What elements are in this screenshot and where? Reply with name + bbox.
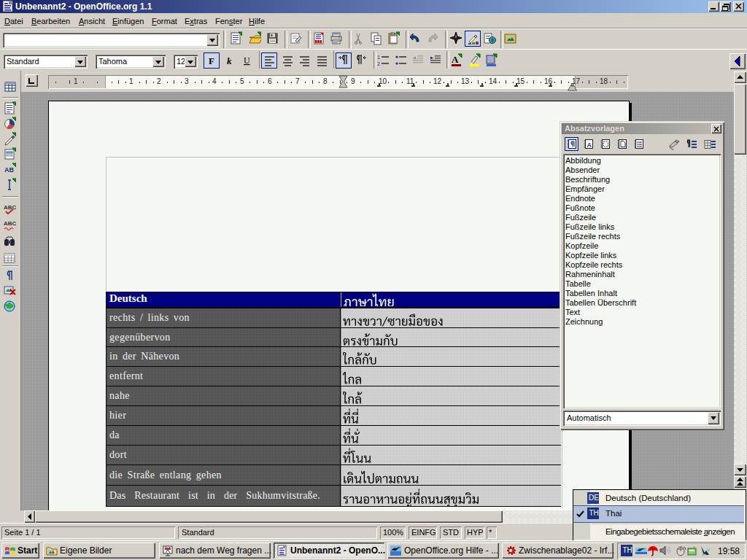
svg-text:U: U [244,55,250,66]
svg-text:F: F [209,55,214,66]
svg-text:ABC: ABC [4,220,16,227]
svg-text:2: 2 [377,61,380,66]
svg-text:AB: AB [4,166,14,174]
svg-text:A: A [587,141,592,149]
svg-text:k: k [227,55,232,66]
svg-text:A: A [452,54,459,65]
svg-text:ABC: ABC [4,204,16,211]
svg-text:1: 1 [377,55,380,60]
